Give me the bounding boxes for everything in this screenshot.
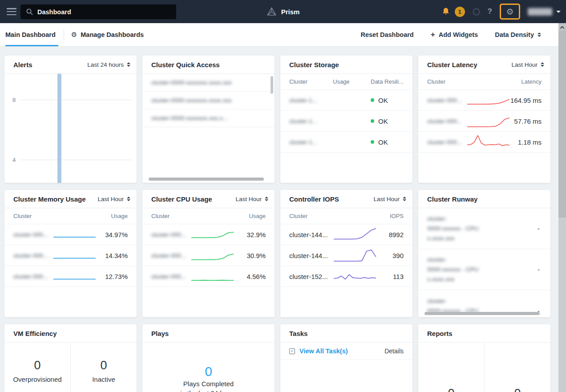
column-header: Latency: [445, 78, 542, 85]
user-menu[interactable]: [528, 8, 561, 16]
widget-cluster-quick-access: Cluster Quick Access cluster-0000-xxxxxx…: [142, 56, 275, 183]
count: 0: [485, 387, 550, 392]
reset-dashboard-button[interactable]: Reset Dashboard: [360, 31, 413, 38]
settings-gear-button[interactable]: ⚙: [500, 4, 520, 20]
updown-arrows-icon: [541, 62, 544, 67]
range-dropdown[interactable]: Last Hour: [373, 196, 406, 202]
memory-sparkline: [53, 268, 96, 285]
range-dropdown[interactable]: Last Hour: [511, 61, 544, 68]
cluster-name[interactable]: cluster-000...: [427, 97, 467, 104]
count: 0: [4, 359, 70, 372]
reports-cell[interactable]: 0: [418, 343, 484, 392]
details-link[interactable]: Details: [384, 348, 404, 355]
table-row: cluster-000... 57.76 ms: [418, 111, 550, 132]
column-header: Usage: [333, 78, 371, 85]
cluster-name: cluster-152...: [289, 273, 334, 280]
gear-icon: ⚙: [506, 7, 513, 17]
notifications-bell-icon[interactable]: [441, 7, 451, 16]
page-scrollbar-thumb[interactable]: [558, 31, 566, 218]
column-header: Cluster: [13, 213, 32, 219]
iops-sparkline: [334, 247, 376, 264]
vm-efficiency-inactive[interactable]: 0 Inactive: [70, 343, 137, 392]
updown-arrows-icon: [538, 32, 541, 37]
widget-title: Cluster Latency: [427, 61, 477, 69]
cluster-name[interactable]: cluster-0000-xxxxxx - CPUx.xxxx.xxx: [427, 215, 538, 242]
page-scrollbar[interactable]: [558, 23, 566, 392]
cluster-name[interactable]: cluster-000...: [427, 139, 467, 145]
cluster-name[interactable]: cluster-000...: [13, 252, 53, 259]
count: 0: [418, 387, 484, 392]
cluster-name[interactable]: cluster-000...: [13, 231, 53, 238]
column-header: Usage: [170, 213, 266, 219]
runway-value: -: [538, 266, 540, 273]
list-item[interactable]: cluster-0000-xxxxxxx.xxxx.xxx: [142, 92, 275, 109]
widget-cluster-cpu-usage: Cluster CPU Usage Last Hour Cluster Usag…: [142, 190, 275, 317]
y-tick: 4: [12, 157, 16, 163]
status-dot-green: [371, 98, 374, 102]
tab-main-dashboard[interactable]: Main Dashboard: [0, 23, 64, 46]
iops-value: 390: [376, 252, 404, 259]
table-row: cluster-1... OK: [280, 132, 412, 153]
manage-dashboards-button[interactable]: ⚙ Manage Dashboards: [64, 23, 151, 46]
help-button[interactable]: ?: [488, 7, 492, 16]
cpu-sparkline: [191, 226, 234, 243]
count-label: Overprovisioned: [4, 376, 70, 383]
widget-title: Controller IOPS: [289, 195, 339, 203]
horizontal-scrollbar-thumb[interactable]: [149, 178, 264, 181]
list-item[interactable]: cluster-0000-xxxxxxx.xxxx.xxx: [142, 74, 275, 92]
iops-value: 8992: [376, 231, 404, 238]
table-row: cluster-000... 4.56%: [142, 266, 275, 287]
latency-sparkline: [467, 113, 509, 129]
view-all-tasks-link[interactable]: View All Task(s): [299, 348, 348, 355]
widget-cluster-latency: Cluster Latency Last Hour Cluster Latenc…: [418, 56, 550, 183]
scroll-up-button[interactable]: [558, 23, 566, 31]
global-search[interactable]: [20, 4, 176, 19]
search-input[interactable]: [37, 8, 162, 16]
usage-value: 32.9%: [234, 231, 266, 238]
progress-ring-icon[interactable]: [473, 8, 480, 16]
widget-cluster-memory-usage: Cluster Memory Usage Last Hour Cluster U…: [4, 190, 137, 317]
notifications-badge[interactable]: 1: [455, 7, 465, 17]
cluster-name[interactable]: cluster-0000-xxxxxx - CPUx.xxxx.xxx: [427, 256, 538, 283]
data-density-dropdown[interactable]: Data Density: [495, 31, 541, 38]
latency-value: 57.76 ms: [509, 117, 542, 125]
vertical-scrollbar-thumb[interactable]: [271, 76, 273, 94]
usage-value: 4.56%: [234, 273, 266, 280]
horizontal-scrollbar-thumb[interactable]: [424, 312, 540, 315]
cluster-name[interactable]: cluster-000...: [13, 273, 53, 280]
count: 0: [71, 359, 137, 372]
cluster-name[interactable]: cluster-1...: [289, 118, 333, 125]
brand-name: Prism: [281, 8, 300, 16]
widget-tasks: Tasks ✓ View All Task(s) Details: [280, 324, 412, 392]
reports-cell[interactable]: 0: [484, 343, 550, 392]
vm-efficiency-overprovisioned[interactable]: 0 Overprovisioned: [4, 343, 70, 392]
widget-title: Cluster Memory Usage: [13, 195, 86, 203]
table-row: cluster-152... 113: [280, 266, 412, 287]
column-header: Cluster: [289, 213, 307, 219]
checkbox-icon: ✓: [289, 348, 295, 354]
widget-reports: Reports 0 0: [418, 324, 550, 392]
latency-sparkline: [467, 133, 509, 150]
table-row: cluster-0000-xxxxxx - CPUx.xxxx.xxx -: [418, 249, 550, 290]
cluster-name[interactable]: cluster-000...: [151, 273, 191, 280]
range-dropdown[interactable]: Last 24 hours: [87, 61, 130, 68]
hamburger-menu-icon[interactable]: [7, 8, 16, 15]
add-widgets-button[interactable]: + Add Widgets: [431, 30, 478, 39]
range-dropdown[interactable]: Last Hour: [97, 196, 130, 202]
cluster-name[interactable]: cluster-000...: [427, 118, 467, 125]
usage-value: 14.34%: [96, 252, 128, 259]
cluster-name[interactable]: cluster-000...: [151, 231, 191, 238]
column-header: Cluster: [289, 78, 333, 85]
cluster-name[interactable]: cluster-1...: [289, 139, 333, 145]
updown-arrows-icon: [265, 197, 268, 201]
list-item[interactable]: cluster-0000-xxxxxxx.xxx.x...: [142, 109, 275, 127]
range-dropdown[interactable]: Last Hour: [235, 196, 268, 202]
status-dot-green: [371, 119, 374, 123]
cluster-name[interactable]: cluster-000...: [151, 252, 191, 259]
cluster-name[interactable]: cluster-1...: [289, 97, 333, 104]
column-header: Cluster: [151, 213, 170, 219]
status-dot-green: [371, 140, 374, 144]
alert-bar: [57, 74, 61, 183]
table-row: cluster-000... 1.18 ms: [418, 132, 550, 153]
table-row: cluster-000... 12.73%: [4, 266, 137, 287]
